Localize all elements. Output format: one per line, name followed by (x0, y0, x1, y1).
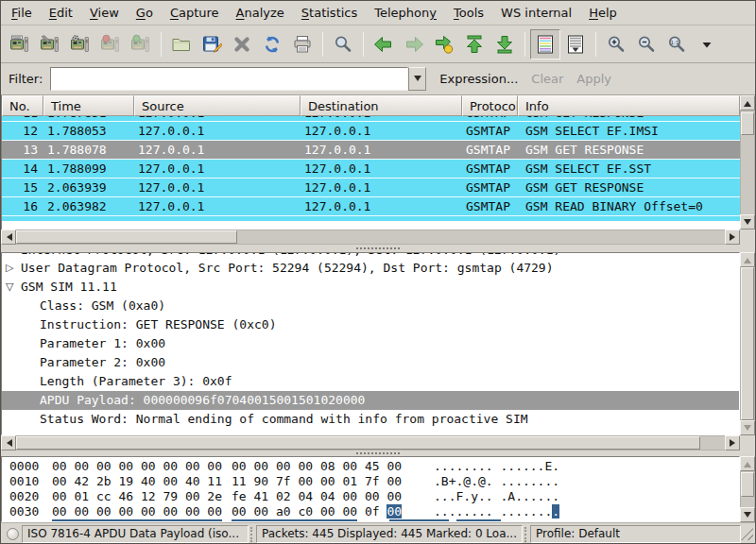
detail-row[interactable]: APDU Payload: 000000096f0704001500150102… (2, 391, 739, 410)
menu-help[interactable]: Help (580, 2, 626, 24)
cell-protocol: GSMTAP (462, 178, 518, 196)
menu-tools[interactable]: Tools (445, 2, 492, 24)
go-to-bottom-button[interactable] (490, 29, 520, 60)
scroll-thumb[interactable] (16, 230, 237, 244)
detail-row[interactable]: Length (Parameter 3): 0x0f (2, 372, 739, 391)
scroll-up-button[interactable] (740, 456, 755, 471)
capture-options-button[interactable] (35, 29, 65, 60)
resize-grip[interactable] (741, 528, 753, 540)
detail-row[interactable]: ▷User Datagram Protocol, Src Port: 52294… (2, 259, 739, 278)
detail-row[interactable]: Instruction: GET RESPONSE (0xc0) (2, 315, 739, 334)
find-packet-button[interactable] (328, 29, 358, 60)
expert-info-button[interactable] (3, 526, 22, 543)
scroll-track[interactable] (16, 230, 725, 245)
details-vscroll[interactable] (740, 252, 755, 435)
pane-splitter-top[interactable] (1, 245, 755, 252)
zoom-100-button[interactable]: 1:1 (662, 29, 692, 60)
zoom-out-button[interactable] (631, 29, 662, 60)
packet-row-16[interactable]: 162.063982127.0.0.1127.0.0.1GSMTAPGSM RE… (2, 197, 740, 216)
arrow-left-icon (3, 233, 12, 241)
detail-row[interactable]: Parameter 2: 0x00 (2, 353, 739, 372)
menu-file[interactable]: File (3, 2, 41, 24)
save-capture-button[interactable] (197, 29, 227, 60)
hex-bytes: 00 42 2b 19 40 00 40 11 (52, 474, 222, 488)
packet-row-13[interactable]: 131.788078127.0.0.1127.0.0.1GSMTAPGSM GE… (2, 141, 740, 160)
scroll-thumb[interactable] (16, 436, 700, 450)
toolbar-overflow-button[interactable] (692, 29, 722, 60)
menu-view[interactable]: View (81, 2, 128, 24)
go-forward-button[interactable] (399, 29, 429, 60)
menu-go[interactable]: Go (128, 2, 162, 24)
hex-line-0010[interactable]: 001000 42 2b 19 40 00 40 1111 90 7f 00 0… (9, 474, 739, 489)
scroll-thumb[interactable] (741, 472, 754, 497)
go-back-button[interactable] (369, 29, 399, 60)
hex-line-0030[interactable]: 003000 00 00 00 00 00 00 0000 00 a0 c0 0… (9, 504, 739, 519)
scroll-up-button[interactable] (740, 252, 755, 267)
column-header-time[interactable]: Time (43, 95, 134, 116)
menu-ws-internal[interactable]: WS internal (492, 2, 580, 24)
list-interfaces-button[interactable] (5, 29, 35, 60)
scroll-up-button[interactable] (740, 95, 755, 110)
detail-row[interactable]: Status Word: Normal ending of command wi… (2, 410, 739, 429)
scroll-thumb[interactable] (741, 112, 754, 135)
go-to-top-button[interactable] (459, 29, 490, 60)
expression-button[interactable]: Expression... (439, 72, 518, 86)
column-header-no[interactable]: No. (2, 95, 43, 116)
details-hscroll[interactable] (1, 435, 740, 450)
refresh-icon (262, 34, 283, 55)
detail-row[interactable]: Class: GSM (0xa0) (2, 297, 739, 315)
column-header-protocol[interactable]: Protocol (462, 95, 518, 116)
menu-telephony[interactable]: Telephony (366, 2, 445, 24)
clear-button[interactable]: Clear (531, 72, 563, 86)
status-field-handle[interactable] (524, 527, 528, 542)
scroll-track[interactable] (16, 435, 725, 450)
capture-restart-button[interactable] (126, 29, 156, 60)
column-header-source[interactable]: Source (134, 95, 301, 116)
hex-dump-pane: 000000 00 00 00 00 00 00 0000 00 00 00 0… (1, 456, 755, 522)
detail-row[interactable]: Parameter 1: 0x00 (2, 334, 739, 353)
scroll-down-button[interactable] (740, 420, 755, 435)
packet-row-14[interactable]: 141.788099127.0.0.1127.0.0.1GSMTAPGSM SE… (2, 160, 740, 178)
print-button[interactable] (287, 29, 318, 60)
capture-start-button[interactable] (65, 29, 95, 60)
hex-vscroll[interactable] (740, 456, 755, 522)
scroll-left-button[interactable] (1, 230, 16, 245)
filter-dropdown-button[interactable] (408, 67, 426, 91)
open-capture-button[interactable] (166, 29, 197, 60)
column-header-info[interactable]: Info (518, 95, 740, 116)
close-capture-button[interactable] (227, 29, 257, 60)
go-to-packet-button[interactable] (429, 29, 459, 60)
packet-list-hscroll[interactable] (1, 230, 740, 245)
column-header-destination[interactable]: Destination (301, 95, 462, 116)
scroll-thumb[interactable] (741, 267, 754, 420)
scroll-left-button[interactable] (1, 435, 16, 450)
cell-time: 1.788078 (43, 141, 134, 159)
packet-row-15[interactable]: 152.063939127.0.0.1127.0.0.1GSMTAPGSM GE… (2, 178, 740, 197)
packet-list-vscroll[interactable] (740, 95, 755, 230)
colorize-packets-button[interactable] (530, 29, 560, 60)
hex-line-0020[interactable]: 002000 01 cc 46 12 79 00 2efe 41 02 04 0… (9, 489, 739, 504)
zoom-in-button[interactable] (601, 29, 631, 60)
filter-input[interactable] (50, 67, 408, 91)
scroll-track[interactable] (740, 267, 755, 420)
auto-scroll-button[interactable] (560, 29, 591, 60)
packet-row-12[interactable]: 121.788053127.0.0.1127.0.0.1GSMTAPGSM SE… (2, 122, 740, 141)
hex-ascii: .B+.@.@. (434, 474, 493, 488)
scroll-right-button[interactable] (725, 435, 740, 450)
scroll-track[interactable] (740, 110, 755, 214)
menu-analyze[interactable]: Analyze (228, 2, 293, 24)
scroll-track[interactable] (740, 471, 755, 507)
menu-capture[interactable]: Capture (162, 2, 228, 24)
menu-statistics[interactable]: Statistics (293, 2, 366, 24)
scroll-down-button[interactable] (740, 214, 755, 230)
hex-line-0000[interactable]: 000000 00 00 00 00 00 00 0000 00 00 00 0… (9, 459, 739, 474)
apply-button[interactable]: Apply (576, 72, 611, 86)
capture-stop-button[interactable] (95, 29, 126, 60)
cell-protocol: GSMTAP (462, 122, 518, 140)
reload-capture-button[interactable] (257, 29, 287, 60)
status-field-handle[interactable] (250, 527, 254, 542)
scroll-right-button[interactable] (725, 230, 740, 245)
menu-edit[interactable]: Edit (41, 2, 81, 24)
scroll-down-button[interactable] (740, 507, 755, 522)
detail-row[interactable]: ▽GSM SIM 11.11 (2, 278, 739, 297)
